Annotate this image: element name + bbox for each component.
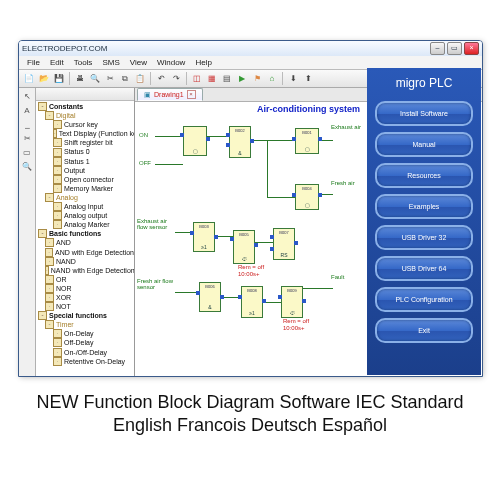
label-time: 10:00s+ (238, 271, 260, 277)
block[interactable]: B003≥1 (193, 222, 215, 252)
preview-icon[interactable]: 🔍 (88, 72, 102, 86)
close-button[interactable]: × (464, 42, 479, 55)
text-tool-icon[interactable]: A (22, 105, 33, 116)
tree-item[interactable]: AND (56, 238, 71, 247)
block[interactable]: B009⏱ (281, 286, 303, 318)
resources-button[interactable]: Resources (375, 163, 473, 188)
maximize-button[interactable]: ▭ (447, 42, 462, 55)
label-exhaust-sensor: Exhaust air flow sensor (137, 218, 177, 230)
label-fresh: Fresh air (331, 180, 355, 186)
tree-item[interactable]: Output (64, 166, 85, 175)
tree-item[interactable]: Status 0 (64, 147, 90, 156)
block[interactable]: ▢ (183, 126, 207, 156)
scissors-icon[interactable]: ✂ (22, 133, 33, 144)
grid-icon[interactable]: ▤ (220, 72, 234, 86)
tree-item[interactable]: OR (56, 275, 67, 284)
tree-item[interactable]: Text Display (Function keys) (59, 129, 135, 138)
tree-item[interactable]: Status 1 (64, 157, 90, 166)
tree-item[interactable]: NAND (56, 257, 76, 266)
tool-palette: ↖ A ⎯ ✂ ▭ 🔍 (19, 88, 36, 377)
copy-icon[interactable]: ⧉ (118, 72, 132, 86)
flag-icon[interactable]: ⚑ (250, 72, 264, 86)
pointer-icon[interactable]: ↖ (22, 91, 33, 102)
label-on: ON (139, 132, 148, 138)
tree-item[interactable]: Off-Delay (64, 338, 93, 347)
exit-button[interactable]: Exit (375, 318, 473, 343)
menu-edit[interactable]: Edit (45, 58, 69, 67)
separator (282, 72, 283, 85)
panel-title: migro PLC (396, 76, 453, 90)
tree-item[interactable]: AND with Edge Detection (55, 248, 134, 257)
tree-basic[interactable]: Basic functions (49, 229, 101, 238)
tree-item[interactable]: Retentive On-Delay (64, 357, 125, 366)
tree-item[interactable]: On-Delay (64, 329, 94, 338)
tree-item[interactable]: Analog Marker (64, 220, 110, 229)
align-icon[interactable]: ◫ (190, 72, 204, 86)
print-icon[interactable]: 🖶 (73, 72, 87, 86)
tree-item[interactable]: Memory Marker (64, 184, 113, 193)
tree-item[interactable]: Cursor key (64, 120, 98, 129)
run-icon[interactable]: ▶ (235, 72, 249, 86)
menu-window[interactable]: Window (152, 58, 190, 67)
usb32-button[interactable]: USB Driver 32 (375, 225, 473, 250)
tree-digital[interactable]: Digital (56, 111, 75, 120)
usb64-button[interactable]: USB Driver 64 (375, 256, 473, 281)
side-panel: migro PLC Install Software Manual Resour… (367, 68, 481, 375)
close-tab-icon[interactable]: × (187, 90, 196, 99)
layout-icon[interactable]: ▦ (205, 72, 219, 86)
plc-config-button[interactable]: PLC Configuration (375, 287, 473, 312)
tree-constants[interactable]: Constants (49, 102, 83, 111)
tree-item[interactable]: NOR (56, 284, 72, 293)
manual-button[interactable]: Manual (375, 132, 473, 157)
tree-item[interactable]: Analog Input (64, 202, 103, 211)
caption-line1: NEW Function Block Diagram Software IEC … (2, 392, 498, 413)
menu-sms[interactable]: SMS (97, 58, 124, 67)
block[interactable]: B007RS (273, 228, 295, 260)
block[interactable]: B001▢ (295, 128, 319, 154)
wire-tool-icon[interactable]: ⎯ (22, 119, 33, 130)
block[interactable]: B006& (199, 282, 221, 312)
glass-icon[interactable]: 🔍 (22, 161, 33, 172)
examples-button[interactable]: Examples (375, 194, 473, 219)
save-icon[interactable]: 💾 (52, 72, 66, 86)
label-time2: 10:00s+ (283, 325, 305, 331)
tree-item[interactable]: XOR (56, 293, 71, 302)
redo-icon[interactable]: ↷ (169, 72, 183, 86)
block-tool-icon[interactable]: ▭ (22, 147, 33, 158)
tree-pane[interactable]: -Constants -Digital ·Cursor key ·Text Di… (36, 88, 135, 377)
block[interactable]: B002& (229, 126, 251, 158)
window-title: ELECTRODEPOT.COM (22, 44, 107, 53)
menu-view[interactable]: View (125, 58, 152, 67)
menu-tools[interactable]: Tools (69, 58, 98, 67)
tree-header (36, 88, 134, 101)
tree-special[interactable]: Special functions (49, 311, 107, 320)
house-icon[interactable]: ⌂ (265, 72, 279, 86)
tree-item[interactable]: Open connector (64, 175, 114, 184)
cut-icon[interactable]: ✂ (103, 72, 117, 86)
undo-icon[interactable]: ↶ (154, 72, 168, 86)
upload-icon[interactable]: ⬆ (301, 72, 315, 86)
tree-item[interactable]: Analog output (64, 211, 107, 220)
block[interactable]: B008≥1 (241, 286, 263, 318)
label-exhaust: Exhaust air (331, 124, 361, 130)
tree-item[interactable]: NAND with Edge Detection (51, 266, 135, 275)
tree-analog[interactable]: Analog (56, 193, 78, 202)
paste-icon[interactable]: 📋 (133, 72, 147, 86)
minimize-button[interactable]: – (430, 42, 445, 55)
install-button[interactable]: Install Software (375, 101, 473, 126)
open-icon[interactable]: 📂 (37, 72, 51, 86)
label-off: OFF (139, 160, 151, 166)
tree-timer[interactable]: Timer (56, 320, 74, 329)
block[interactable]: B004▢ (295, 184, 319, 210)
tree-item[interactable]: NOT (56, 302, 71, 311)
menu-help[interactable]: Help (190, 58, 216, 67)
separator (150, 72, 151, 85)
titlebar[interactable]: ELECTRODEPOT.COM – ▭ × (19, 41, 482, 56)
tab-drawing1[interactable]: ▣Drawing1× (137, 88, 203, 101)
download-icon[interactable]: ⬇ (286, 72, 300, 86)
new-icon[interactable]: 📄 (22, 72, 36, 86)
tree-item[interactable]: Shift register bit (64, 138, 113, 147)
menu-file[interactable]: File (22, 58, 45, 67)
tree-item[interactable]: On-/Off-Delay (64, 348, 107, 357)
block[interactable]: B005⏱ (233, 230, 255, 264)
